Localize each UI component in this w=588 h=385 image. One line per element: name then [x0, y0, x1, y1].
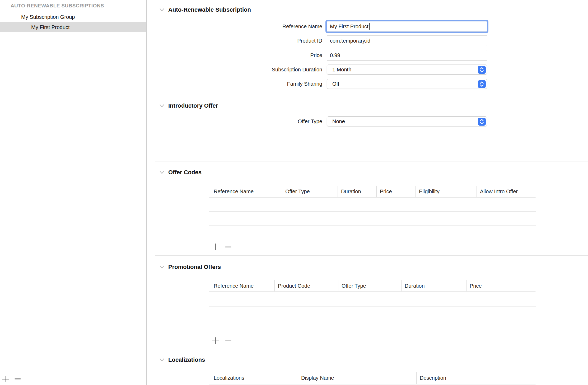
- popup-stepper-icon: [478, 80, 486, 88]
- section-header-promotional-offers: Promotional Offers: [159, 263, 221, 271]
- section-title: Localizations: [168, 356, 205, 363]
- section-header-localizations: Localizations: [159, 356, 205, 364]
- popup-stepper-icon: [478, 66, 486, 74]
- chevron-down-icon[interactable]: [159, 104, 165, 108]
- offer-type-popup[interactable]: None: [327, 116, 487, 126]
- popup-stepper-icon: [478, 118, 486, 126]
- sidebar: AUTO-RENEWABLE SUBSCRIPTIONS My Subscrip…: [0, 0, 147, 385]
- product-id-label: Product ID: [168, 35, 322, 46]
- column-header[interactable]: Localizations: [209, 372, 298, 384]
- section-divider: [155, 162, 588, 162]
- price-label: Price: [168, 50, 322, 61]
- table-header-underline: [209, 197, 536, 198]
- table-row-line: [209, 322, 536, 322]
- section-divider: [155, 95, 588, 95]
- offer-type-value: None: [332, 118, 345, 124]
- section-header-offer-codes: Offer Codes: [159, 168, 202, 176]
- section-divider: [155, 255, 588, 256]
- add-promotional-offer-button[interactable]: [212, 337, 219, 344]
- column-header[interactable]: Allow Intro Offer: [477, 186, 536, 197]
- section-title: Auto-Renewable Subscription: [168, 6, 251, 13]
- subscription-duration-popup[interactable]: 1 Month: [327, 65, 487, 75]
- offer-type-label: Offer Type: [168, 116, 322, 126]
- sidebar-item-my-first-product[interactable]: My First Product: [0, 22, 146, 32]
- text-caret: [369, 23, 370, 30]
- table-row-line: [209, 211, 536, 212]
- subscription-duration-value: 1 Month: [332, 67, 351, 72]
- column-header[interactable]: Eligibility: [416, 186, 477, 197]
- remove-item-minus-icon[interactable]: [15, 378, 21, 379]
- chevron-down-icon[interactable]: [159, 8, 165, 12]
- column-header[interactable]: Product Code: [274, 280, 338, 292]
- sidebar-item-subscription-group[interactable]: My Subscription Group: [0, 13, 146, 21]
- column-header[interactable]: Reference Name: [209, 186, 282, 197]
- product-id-input[interactable]: [327, 35, 487, 46]
- column-header[interactable]: Price: [376, 186, 416, 197]
- reference-name-input[interactable]: My First Product: [327, 21, 487, 32]
- chevron-down-icon[interactable]: [159, 265, 165, 269]
- promotional-offers-table-header: Reference Name Product Code Offer Type D…: [209, 280, 536, 292]
- family-sharing-label: Family Sharing: [168, 79, 322, 89]
- editor-content: Auto-Renewable Subscription Reference Na…: [147, 0, 588, 385]
- sidebar-footer: [0, 374, 53, 384]
- offer-codes-table-header: Reference Name Offer Type Duration Price…: [209, 186, 536, 197]
- family-sharing-value: Off: [332, 81, 339, 87]
- remove-offer-code-button[interactable]: [225, 246, 231, 248]
- price-input[interactable]: [327, 50, 487, 61]
- column-header[interactable]: Duration: [338, 186, 376, 197]
- section-title: Introductory Offer: [168, 102, 218, 109]
- section-header-introductory-offer: Introductory Offer: [159, 102, 218, 110]
- column-header[interactable]: Offer Type: [338, 280, 401, 292]
- column-header[interactable]: Duration: [401, 280, 466, 292]
- reference-name-value: My First Product: [330, 24, 368, 29]
- chevron-down-icon[interactable]: [159, 358, 165, 362]
- column-header[interactable]: Price: [466, 280, 536, 292]
- add-offer-code-button[interactable]: [212, 244, 219, 250]
- table-row-line: [209, 306, 536, 307]
- storekit-config-editor: AUTO-RENEWABLE SUBSCRIPTIONS My Subscrip…: [0, 0, 588, 385]
- table-header-underline: [209, 384, 536, 384]
- column-header[interactable]: Display Name: [298, 372, 416, 384]
- sidebar-section-header: AUTO-RENEWABLE SUBSCRIPTIONS: [11, 3, 104, 9]
- section-divider: [155, 349, 588, 349]
- chevron-down-icon[interactable]: [159, 171, 165, 174]
- add-item-plus-icon[interactable]: [2, 376, 9, 382]
- column-header[interactable]: Reference Name: [209, 280, 274, 292]
- reference-name-label: Reference Name: [168, 21, 322, 32]
- localizations-table-header: Localizations Display Name Description: [209, 372, 536, 384]
- subscription-duration-label: Subscription Duration: [168, 65, 322, 75]
- remove-promotional-offer-button[interactable]: [225, 340, 231, 341]
- section-title: Promotional Offers: [168, 264, 221, 271]
- column-header[interactable]: Description: [416, 372, 536, 384]
- section-title: Offer Codes: [168, 169, 202, 176]
- family-sharing-popup[interactable]: Off: [327, 79, 487, 89]
- table-header-underline: [209, 291, 536, 292]
- section-header-subscription: Auto-Renewable Subscription: [159, 6, 251, 14]
- column-header[interactable]: Offer Type: [282, 186, 338, 197]
- table-row-line: [209, 225, 536, 226]
